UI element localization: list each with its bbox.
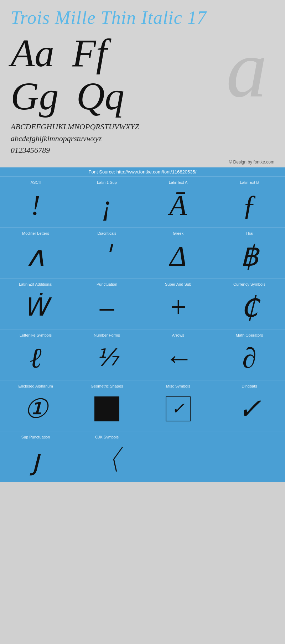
glyph-cell-char: ℓ: [30, 340, 41, 376]
glyph-cell-char: !: [31, 187, 41, 223]
glyph-cell: Punctuation–: [71, 278, 142, 329]
glyph-cell-char: +: [169, 289, 188, 325]
glyph-cell: [142, 431, 214, 482]
glyph-cell-char: [94, 391, 119, 427]
alphabet-lower: abcdefghijklmnopqrstuvwxyz: [11, 133, 274, 144]
glyph-cell: Latin Ext AĀ: [142, 176, 214, 227]
glyph-cell-char: –: [100, 289, 114, 325]
glyph-cell-label: Geometric Shapes: [73, 384, 141, 388]
glyph-cell-label: Letterlike Symbols: [2, 333, 69, 337]
glyph-cell: Super And Sub+: [142, 278, 214, 329]
glyph-grid: ASCII!Latin 1 Sup¡Latin Ext AĀLatin Ext …: [0, 176, 285, 482]
glyph-cell-label: Diacriticals: [73, 231, 141, 235]
preview-section: Trois Mille Thin Italic 17 Aa Ff Gg Qq a: [0, 0, 285, 117]
glyph-cell: GreekΔ: [142, 227, 214, 278]
glyph-cell-char: 〈: [93, 442, 121, 478]
glyph-gg: Gg: [11, 75, 58, 118]
glyph-row-2: Gg Qq: [11, 75, 124, 118]
glyph-cell-label: Sup Punctuation: [2, 435, 69, 439]
glyph-cell-label: Super And Sub: [144, 282, 212, 286]
glyph-cell-label: Currency Symbols: [216, 282, 283, 286]
glyph-cell: Number Forms⅐: [71, 329, 142, 380]
glyph-row-1: Aa Ff: [11, 32, 124, 75]
glyph-cell-label: Enclosed Alphanum: [2, 384, 69, 388]
glyph-ff: Ff: [72, 32, 107, 75]
glyph-cell-char: ₵: [240, 289, 259, 325]
glyph-cell: Latin Ext AdditionalẆ: [0, 278, 71, 329]
glyph-cell-label: Modifier Letters: [2, 231, 69, 235]
checkbox-icon: ✓: [166, 396, 191, 421]
glyph-cell-label: Misc Symbols: [144, 384, 212, 388]
glyph-qq: Qq: [76, 75, 124, 118]
glyph-cell-char: ȷ: [32, 442, 40, 478]
glyph-cell-char: ✓: [238, 391, 261, 427]
alphabet-upper: ABCDEFGHIJKLMNOPQRSTUVWXYZ: [11, 121, 274, 133]
glyph-cell-char: ˈ: [103, 238, 111, 274]
glyph-cell-char: ƒ: [242, 187, 256, 223]
glyph-cell-char: ∂: [242, 340, 256, 376]
glyph-cell: [214, 431, 285, 482]
glyph-cell: Currency Symbols₵: [214, 278, 285, 329]
alphabet-section: ABCDEFGHIJKLMNOPQRSTUVWXYZ abcdefghijklm…: [0, 117, 285, 158]
glyph-cell-char: ฿: [240, 238, 259, 274]
glyph-large-a: a: [226, 28, 267, 110]
glyph-cell: CJK Symbols〈: [71, 431, 142, 482]
glyph-cell-label: Latin Ext B: [216, 180, 283, 185]
glyph-cell-char: Ẇ: [24, 289, 48, 325]
glyph-cell: Math Operators∂: [214, 329, 285, 380]
glyph-cell: Misc Symbols✓: [142, 380, 214, 431]
numbers: 0123456789: [11, 144, 274, 156]
glyph-grid-section: ASCII!Latin 1 Sup¡Latin Ext AĀLatin Ext …: [0, 176, 285, 482]
glyph-cell: Arrows←: [142, 329, 214, 380]
glyph-showcase: Aa Ff Gg Qq a: [11, 32, 274, 114]
glyph-cell: Modifier Lettersʌ: [0, 227, 71, 278]
glyph-cell-label: Thai: [216, 231, 283, 235]
glyph-cell-char: ①: [24, 391, 48, 427]
glyph-cell: ASCII!: [0, 176, 71, 227]
glyph-cell-label: Number Forms: [73, 333, 141, 337]
glyph-cell-char: ⅐: [96, 340, 118, 376]
glyph-cell: Sup Punctuationȷ: [0, 431, 71, 482]
glyph-cell: Enclosed Alphanum①: [0, 380, 71, 431]
glyph-cell-label: Punctuation: [73, 282, 141, 286]
glyph-cell-label: ASCII: [2, 180, 69, 185]
glyph-cell: Geometric Shapes: [71, 380, 142, 431]
glyph-cell: Diacriticalsˈ: [71, 227, 142, 278]
glyph-cell: Thai฿: [214, 227, 285, 278]
glyph-cell-label: Latin Ext Additional: [2, 282, 69, 286]
glyph-cell-char: ¡: [101, 187, 112, 223]
glyph-cell-char: ✓: [166, 391, 191, 427]
glyph-cell: Latin Ext Bƒ: [214, 176, 285, 227]
glyph-cell: Latin 1 Sup¡: [71, 176, 142, 227]
glyph-cell: Letterlike Symbolsℓ: [0, 329, 71, 380]
glyph-cell-label: Math Operators: [216, 333, 283, 337]
glyph-cell-label: Latin Ext A: [144, 180, 212, 185]
glyph-cell-label: Arrows: [144, 333, 212, 337]
glyph-cell-char: Δ: [170, 238, 187, 274]
glyph-cell-label: Greek: [144, 231, 212, 235]
glyph-cell: Dingbats✓: [214, 380, 285, 431]
glyph-cell-label: Latin 1 Sup: [73, 180, 141, 185]
glyph-aa: Aa: [11, 32, 54, 75]
glyph-cell-label: CJK Symbols: [73, 435, 141, 439]
black-square-icon: [94, 396, 119, 421]
glyph-cell-char: ←: [164, 340, 192, 376]
glyph-cell-char: ʌ: [27, 238, 44, 274]
glyph-pairs: Aa Ff Gg Qq: [11, 32, 124, 118]
glyph-cell-char: Ā: [170, 187, 187, 223]
source-bar: Font Source: http://www.fontke.com/font/…: [0, 167, 285, 176]
glyph-cell-label: Dingbats: [216, 384, 283, 388]
copyright: © Design by fontke.com: [0, 158, 285, 167]
